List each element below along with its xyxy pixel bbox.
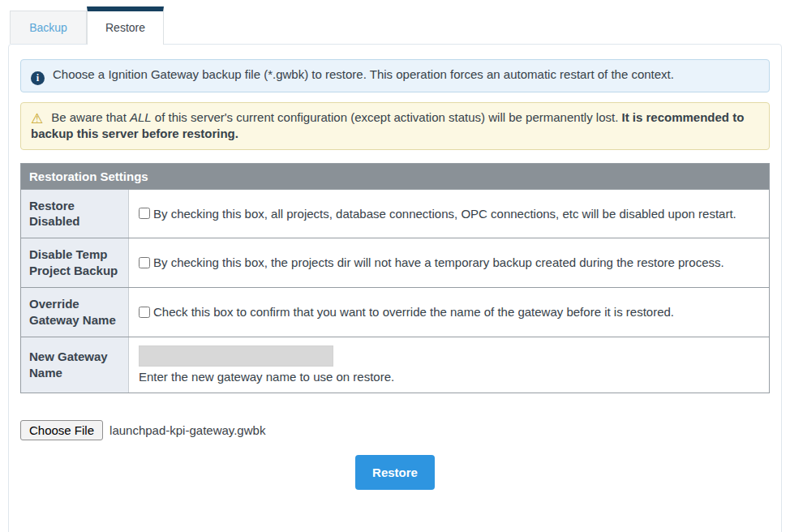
warning-text-pre: Be aware that <box>51 110 130 124</box>
disable-temp-project-backup-checkbox[interactable] <box>139 257 150 268</box>
row-label-restore-disabled: Restore Disabled <box>21 190 129 238</box>
tab-bar: Backup Restore <box>0 0 790 44</box>
info-banner: iChoose a Ignition Gateway backup file (… <box>20 59 770 92</box>
restore-disabled-checkbox[interactable] <box>139 208 150 219</box>
new-gateway-name-input[interactable] <box>139 345 333 367</box>
info-banner-text: Choose a Ignition Gateway backup file (*… <box>53 67 674 81</box>
row-label-override-gateway-name: Override Gateway Name <box>21 288 129 337</box>
choose-file-button[interactable]: Choose File <box>20 420 103 440</box>
row-label-disable-temp-project-backup: Disable Temp Project Backup <box>21 238 129 287</box>
restore-button[interactable]: Restore <box>355 455 435 490</box>
tab-backup[interactable]: Backup <box>10 11 87 44</box>
file-upload-row: Choose File launchpad-kpi-gateway.gwbk <box>20 420 770 440</box>
table-row: Disable Temp Project Backup By checking … <box>21 238 769 287</box>
restore-panel: iChoose a Ignition Gateway backup file (… <box>8 44 782 532</box>
table-row: Restore Disabled By checking this box, a… <box>21 189 769 238</box>
tab-restore[interactable]: Restore <box>87 6 164 45</box>
disable-temp-description: By checking this box, the projects dir w… <box>153 255 724 269</box>
restoration-settings-table: Restoration Settings Restore Disabled By… <box>20 163 770 393</box>
info-icon: i <box>31 71 45 85</box>
warning-text-mid: of this server's current configuration (… <box>152 110 622 124</box>
new-gateway-name-help: Enter the new gateway name to use on res… <box>139 370 394 384</box>
warning-icon: ⚠ <box>31 112 43 126</box>
row-label-new-gateway-name: New Gateway Name <box>21 337 129 393</box>
warning-banner: ⚠Be aware that ALL of this server's curr… <box>20 102 770 150</box>
table-row: New Gateway Name Enter the new gateway n… <box>21 337 769 393</box>
restore-disabled-description: By checking this box, all projects, data… <box>153 207 736 221</box>
selected-filename: launchpad-kpi-gateway.gwbk <box>109 423 265 437</box>
warning-text-emphasis: ALL <box>130 110 152 124</box>
table-row: Override Gateway Name Check this box to … <box>21 287 769 337</box>
override-gateway-description: Check this box to confirm that you want … <box>153 305 674 319</box>
override-gateway-name-checkbox[interactable] <box>139 307 150 318</box>
table-title: Restoration Settings <box>21 164 769 189</box>
